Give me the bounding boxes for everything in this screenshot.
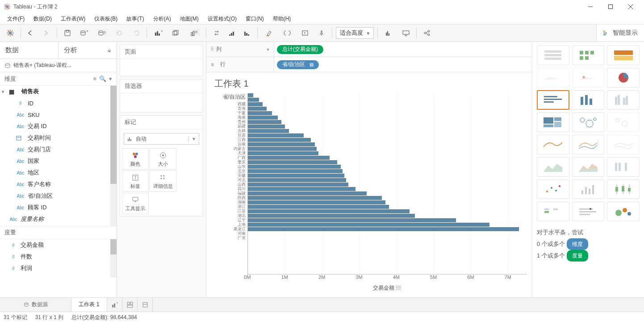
dimension-field[interactable]: AbcSKU bbox=[0, 109, 117, 120]
bar[interactable] bbox=[248, 227, 519, 231]
dimension-field[interactable]: 交易时间 bbox=[0, 132, 117, 144]
bar[interactable] bbox=[248, 196, 382, 200]
dimension-field[interactable]: Abc省/自治区 bbox=[0, 190, 117, 202]
mark-detail-button[interactable]: 详细信息 bbox=[150, 170, 176, 192]
bar[interactable] bbox=[248, 223, 489, 227]
mark-tooltip-button[interactable]: 工具提示 bbox=[122, 193, 149, 214]
show-me-chart-type[interactable] bbox=[572, 68, 605, 87]
tab-data[interactable]: 数据 bbox=[0, 42, 59, 58]
run-button[interactable] bbox=[130, 27, 143, 39]
bar[interactable] bbox=[248, 205, 389, 209]
presentation-button[interactable] bbox=[399, 27, 413, 39]
show-me-chart-type[interactable] bbox=[607, 157, 640, 177]
datasource-tab[interactable]: 数据源 bbox=[0, 298, 71, 312]
close-button[interactable] bbox=[620, 0, 640, 13]
bar[interactable] bbox=[248, 120, 281, 124]
show-me-chart-type[interactable] bbox=[537, 46, 569, 65]
columns-shelf[interactable]: ⦙⦙⦙列 ▾ 总计(交易金额) bbox=[206, 42, 532, 57]
back-button[interactable] bbox=[25, 27, 38, 39]
show-me-chart-type[interactable] bbox=[537, 112, 569, 132]
show-me-toggle[interactable]: 智能显示 bbox=[596, 25, 644, 42]
mark-color-button[interactable]: 颜色 bbox=[122, 148, 149, 170]
menu-format[interactable]: 设置格式(O) bbox=[203, 14, 241, 24]
list-view-icon[interactable]: ≡ bbox=[93, 75, 96, 82]
show-me-chart-type[interactable] bbox=[537, 68, 569, 87]
share-button[interactable] bbox=[420, 27, 434, 39]
mark-size-button[interactable]: 大小 bbox=[150, 148, 176, 170]
show-me-chart-type[interactable] bbox=[607, 68, 640, 87]
clear-button[interactable] bbox=[186, 27, 202, 39]
maximize-button[interactable] bbox=[600, 0, 620, 13]
scrollbar[interactable] bbox=[110, 86, 117, 226]
show-me-chart-type[interactable] bbox=[572, 157, 605, 177]
show-me-chart-type[interactable] bbox=[537, 179, 569, 199]
bar[interactable] bbox=[248, 151, 318, 155]
new-dashboard-tab[interactable] bbox=[122, 298, 138, 312]
rows-shelf[interactable]: ≡行 省/自治区▤ bbox=[206, 57, 532, 72]
bar[interactable] bbox=[248, 218, 456, 222]
show-cards-button[interactable] bbox=[381, 27, 397, 39]
refresh-data-button[interactable] bbox=[94, 27, 110, 39]
new-sheet-button[interactable]: + bbox=[151, 27, 167, 39]
bar[interactable] bbox=[248, 156, 330, 160]
menu-icon[interactable]: ▾ bbox=[109, 75, 112, 82]
swap-button[interactable] bbox=[210, 27, 223, 39]
menu-data[interactable]: 数据(D) bbox=[29, 14, 56, 24]
dimension-field[interactable]: #ID bbox=[0, 97, 117, 109]
mark-type-dropdown[interactable]: 自动 ▾ bbox=[124, 133, 199, 145]
auto-update-button[interactable] bbox=[112, 27, 128, 39]
bar[interactable] bbox=[248, 129, 289, 133]
fit-dropdown[interactable]: 适合高度 ▾ bbox=[336, 27, 374, 39]
show-me-chart-type[interactable] bbox=[572, 179, 605, 199]
bar[interactable] bbox=[248, 169, 343, 173]
dimension-field[interactable]: Abc交易门店 bbox=[0, 144, 117, 155]
bar[interactable] bbox=[248, 138, 311, 142]
dimension-field[interactable]: Abc国家 bbox=[0, 155, 117, 167]
tableau-icon[interactable] bbox=[4, 27, 17, 39]
minimize-button[interactable] bbox=[580, 0, 600, 13]
menu-file[interactable]: 文件(F) bbox=[3, 14, 29, 24]
show-me-chart-type[interactable] bbox=[572, 135, 605, 154]
pages-shelf[interactable] bbox=[120, 59, 203, 76]
save-button[interactable] bbox=[61, 27, 74, 39]
measure-field[interactable]: #利润 bbox=[0, 262, 117, 274]
new-story-tab[interactable] bbox=[138, 298, 153, 312]
new-data-button[interactable]: + bbox=[76, 27, 92, 39]
show-me-chart-type[interactable] bbox=[537, 90, 569, 110]
search-icon[interactable]: 🔍 bbox=[99, 75, 106, 82]
group-button[interactable] bbox=[279, 27, 295, 39]
table-header[interactable]: ▾▦ 销售表 bbox=[0, 86, 117, 97]
show-me-chart-type[interactable] bbox=[537, 135, 569, 154]
tab-analytics[interactable]: 分析⬙ bbox=[59, 42, 117, 58]
menu-dashboard[interactable]: 仪表板(B) bbox=[90, 14, 122, 24]
dimension-field[interactable]: Abc顾客 ID bbox=[0, 202, 117, 213]
dimension-field[interactable]: Abc交易 ID bbox=[0, 120, 117, 132]
menu-analysis[interactable]: 分析(A) bbox=[149, 14, 176, 24]
sort-desc-button[interactable] bbox=[240, 27, 254, 39]
show-me-chart-type[interactable] bbox=[572, 46, 605, 65]
show-me-chart-type[interactable] bbox=[607, 202, 640, 221]
sort-asc-button[interactable] bbox=[225, 27, 238, 39]
bar[interactable] bbox=[248, 178, 346, 182]
menu-worksheet[interactable]: 工作表(W) bbox=[56, 14, 90, 24]
sheet-tab[interactable]: 工作表 1 bbox=[71, 298, 107, 312]
show-me-chart-type[interactable] bbox=[572, 90, 605, 110]
column-pill[interactable]: 总计(交易金额) bbox=[277, 45, 323, 54]
bar[interactable] bbox=[248, 102, 263, 106]
menu-window[interactable]: 窗口(N) bbox=[241, 14, 268, 24]
show-me-chart-type[interactable] bbox=[572, 202, 605, 221]
bar[interactable] bbox=[248, 191, 367, 195]
menu-story[interactable]: 故事(T) bbox=[122, 14, 148, 24]
menu-help[interactable]: 帮助(H) bbox=[268, 14, 296, 24]
filters-shelf[interactable] bbox=[120, 93, 203, 112]
show-me-chart-type[interactable] bbox=[537, 157, 569, 177]
show-me-chart-type[interactable] bbox=[572, 112, 605, 132]
sheet-title[interactable]: 工作表 1 bbox=[206, 72, 532, 91]
label-button[interactable]: T bbox=[297, 27, 313, 39]
bar[interactable] bbox=[248, 147, 317, 151]
bar[interactable] bbox=[248, 111, 272, 115]
measure-field[interactable]: #件数 bbox=[0, 251, 117, 262]
mark-label-button[interactable]: T标签 bbox=[122, 170, 149, 192]
bar[interactable] bbox=[248, 187, 355, 191]
scrollbar[interactable] bbox=[110, 239, 117, 278]
